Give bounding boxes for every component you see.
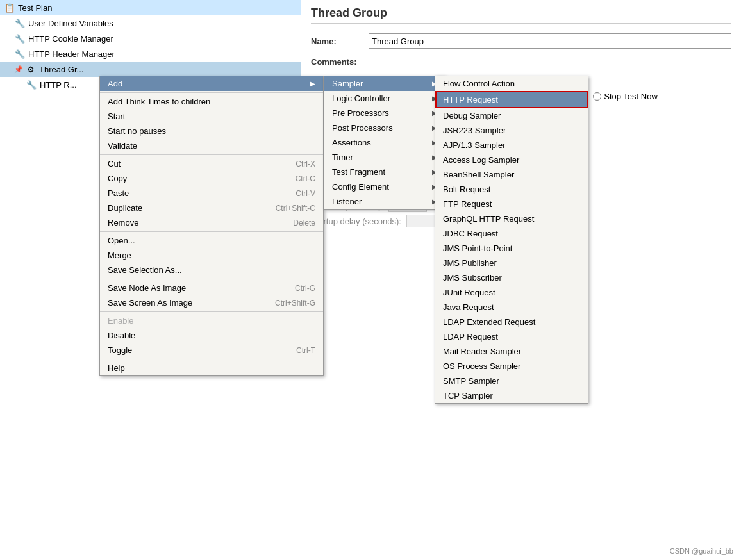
- separator: [100, 279, 323, 279]
- context-menu-3: Flow Control Action HTTP Request Debug S…: [435, 76, 588, 404]
- tree-item-http-header-manager[interactable]: 🔧 HTTP Header Manager: [0, 46, 301, 62]
- menu-item-post-processors[interactable]: Post Processors ▶: [324, 120, 445, 135]
- menu-item-http-request[interactable]: HTTP Request: [435, 91, 588, 108]
- menu-item-junit-request[interactable]: JUnit Request: [435, 285, 588, 300]
- menu-item-ftp-request[interactable]: FTP Request: [435, 197, 588, 211]
- copy-shortcut: Ctrl-C: [296, 174, 315, 183]
- tree-item-label: Test Plan: [18, 3, 52, 13]
- menu-item-start-no-pauses[interactable]: Start no pauses: [100, 124, 323, 138]
- user-defined-vars-icon: 🔧: [14, 17, 26, 29]
- tree-item-label: HTTP Header Manager: [28, 49, 115, 59]
- add-arrow-icon: ▶: [310, 80, 315, 87]
- comments-label: Comments:: [311, 57, 369, 67]
- menu-item-add[interactable]: Add ▶: [100, 76, 323, 91]
- menu-item-validate[interactable]: Validate: [100, 138, 323, 153]
- menu-item-save-selection[interactable]: Save Selection As...: [100, 263, 323, 277]
- remove-shortcut: Delete: [293, 218, 315, 227]
- menu-item-graphql-http-request[interactable]: GraphQL HTTP Request: [435, 211, 588, 226]
- separator: [100, 231, 323, 232]
- menu-item-ajp13-sampler[interactable]: AJP/1.3 Sampler: [435, 138, 588, 152]
- menu-item-pre-processors[interactable]: Pre Processors ▶: [324, 106, 445, 120]
- menu-item-start[interactable]: Start: [100, 109, 323, 124]
- menu-item-smtp-sampler[interactable]: SMTP Sampler: [435, 374, 588, 388]
- menu-item-sampler[interactable]: Sampler ▶: [324, 76, 445, 91]
- menu-item-jms-point-to-point[interactable]: JMS Point-to-Point: [435, 241, 588, 256]
- menu-item-paste[interactable]: Paste Ctrl-V: [100, 186, 323, 201]
- tree-item-test-plan[interactable]: 📋 Test Plan: [0, 0, 301, 15]
- menu-item-merge[interactable]: Merge: [100, 248, 323, 263]
- pin-icon: 📌: [14, 65, 23, 74]
- startup-label: Startup delay (seconds):: [311, 217, 401, 226]
- menu-item-java-request[interactable]: Java Request: [435, 300, 588, 315]
- menu-item-jdbc-request[interactable]: JDBC Request: [435, 226, 588, 241]
- watermark: CSDN @guaihui_bb: [670, 547, 733, 555]
- name-label: Name:: [311, 37, 369, 46]
- menu-item-ldap-extended-request[interactable]: LDAP Extended Request: [435, 315, 588, 329]
- menu-item-toggle[interactable]: Toggle Ctrl-T: [100, 343, 323, 358]
- separator: [100, 311, 323, 312]
- tree-item-label: HTTP Cookie Manager: [28, 34, 113, 44]
- tree-item-thread-group[interactable]: 📌 ⚙ Thread Gr...: [0, 62, 301, 77]
- menu-item-save-screen-image[interactable]: Save Screen As Image Ctrl+Shift-G: [100, 295, 323, 310]
- menu-item-duplicate[interactable]: Duplicate Ctrl+Shift-C: [100, 201, 323, 215]
- menu-item-debug-sampler[interactable]: Debug Sampler: [435, 108, 588, 123]
- menu-item-config-element[interactable]: Config Element ▶: [324, 179, 445, 194]
- menu-item-access-log-sampler[interactable]: Access Log Sampler: [435, 152, 588, 167]
- menu-item-help[interactable]: Help: [100, 361, 323, 375]
- separator: [100, 92, 323, 93]
- duplicate-shortcut: Ctrl+Shift-C: [276, 204, 315, 213]
- test-plan-icon: 📋: [4, 2, 15, 13]
- menu-item-jsr223-sampler[interactable]: JSR223 Sampler: [435, 123, 588, 138]
- http-cookie-icon: 🔧: [14, 33, 26, 44]
- menu-item-flow-control-action[interactable]: Flow Control Action: [435, 76, 588, 91]
- menu-item-assertions[interactable]: Assertions ▶: [324, 135, 445, 150]
- app-container: 📋 Test Plan 🔧 User Defined Variables 🔧 H…: [0, 0, 741, 560]
- menu-item-jms-subscriber[interactable]: JMS Subscriber: [435, 270, 588, 285]
- menu-item-os-process-sampler[interactable]: OS Process Sampler: [435, 359, 588, 374]
- comments-input[interactable]: [369, 54, 731, 69]
- menu-item-disable[interactable]: Disable: [100, 328, 323, 343]
- cut-shortcut: Ctrl-X: [296, 160, 315, 169]
- paste-shortcut: Ctrl-V: [296, 189, 315, 198]
- menu-item-ldap-request[interactable]: LDAP Request: [435, 329, 588, 344]
- menu-item-listener[interactable]: Listener ▶: [324, 194, 445, 209]
- thread-group-icon: ⚙: [25, 63, 37, 75]
- menu-item-open[interactable]: Open...: [100, 233, 323, 248]
- name-input[interactable]: [369, 33, 731, 49]
- menu-item-enable: Enable: [100, 313, 323, 328]
- panel-title: Thread Group: [311, 6, 731, 24]
- tree-item-label: Thread Gr...: [39, 65, 83, 74]
- menu-item-jms-publisher[interactable]: JMS Publisher: [435, 256, 588, 270]
- http-request-node-icon: 🔧: [26, 79, 37, 90]
- name-row: Name:: [311, 33, 731, 49]
- radio-stop-test-now[interactable]: Stop Test Now: [593, 92, 658, 101]
- menu-item-tcp-sampler[interactable]: TCP Sampler: [435, 388, 588, 403]
- menu-item-timer[interactable]: Timer ▶: [324, 150, 445, 165]
- separator: [100, 359, 323, 359]
- context-menu-1: Add ▶ Add Think Times to children Start …: [99, 76, 324, 376]
- separator: [100, 154, 323, 155]
- menu-item-add-think-times[interactable]: Add Think Times to children: [100, 94, 323, 109]
- menu-item-remove[interactable]: Remove Delete: [100, 215, 323, 230]
- save-node-shortcut: Ctrl-G: [295, 284, 315, 293]
- comments-row: Comments:: [311, 54, 731, 69]
- toggle-shortcut: Ctrl-T: [296, 346, 315, 355]
- tree-item-http-cookie-manager[interactable]: 🔧 HTTP Cookie Manager: [0, 31, 301, 46]
- tree-item-label: HTTP R...: [40, 80, 77, 90]
- menu-item-cut[interactable]: Cut Ctrl-X: [100, 156, 323, 171]
- menu-item-save-node-image[interactable]: Save Node As Image Ctrl-G: [100, 281, 323, 295]
- menu-item-mail-reader-sampler[interactable]: Mail Reader Sampler: [435, 344, 588, 359]
- menu-item-logic-controller[interactable]: Logic Controller ▶: [324, 91, 445, 106]
- save-screen-shortcut: Ctrl+Shift-G: [275, 299, 315, 308]
- tree-item-label: User Defined Variables: [28, 19, 113, 28]
- menu-item-copy[interactable]: Copy Ctrl-C: [100, 171, 323, 186]
- http-header-icon: 🔧: [14, 48, 26, 60]
- menu-item-beanshell-sampler[interactable]: BeanShell Sampler: [435, 167, 588, 182]
- tree-item-user-defined-vars[interactable]: 🔧 User Defined Variables: [0, 15, 301, 31]
- context-menu-2: Sampler ▶ Logic Controller ▶ Pre Process…: [324, 76, 445, 210]
- menu-item-bolt-request[interactable]: Bolt Request: [435, 182, 588, 197]
- menu-item-test-fragment[interactable]: Test Fragment ▶: [324, 165, 445, 179]
